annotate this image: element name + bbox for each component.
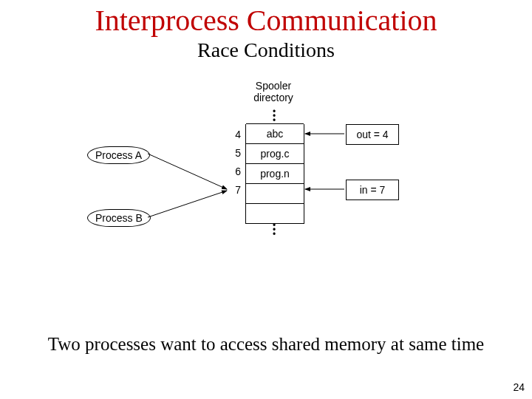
arrow-b-to-slot7 (148, 191, 227, 217)
slide-title: Interprocess Communication (0, 3, 532, 38)
arrows-layer (0, 80, 532, 316)
race-condition-diagram: Spooler directory ••• 4 5 6 7 abc prog.c… (0, 80, 532, 316)
slide-subtitle: Race Conditions (0, 38, 532, 62)
page-number: 24 (513, 381, 525, 393)
slide-caption: Two processes want to access shared memo… (0, 334, 532, 355)
arrow-a-to-slot7 (148, 154, 227, 189)
